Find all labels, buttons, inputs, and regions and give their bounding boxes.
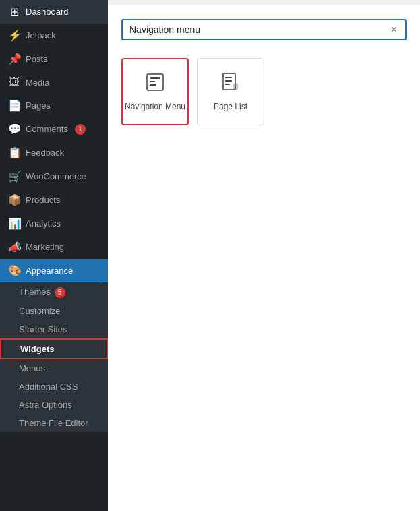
main-content: × Navigation Menu	[108, 0, 420, 511]
sidebar-subitem-customize[interactable]: Customize	[0, 302, 108, 320]
block-item-page-list[interactable]: Page List	[197, 58, 264, 125]
dashboard-icon: ⊞	[8, 5, 20, 18]
svg-rect-5	[225, 77, 232, 78]
sidebar-item-comments[interactable]: 💬 Comments 1	[0, 117, 108, 141]
sidebar-item-jetpack[interactable]: ⚡ Jetpack	[0, 24, 108, 47]
svg-rect-0	[147, 74, 163, 90]
sidebar-subitem-menus[interactable]: Menus	[0, 359, 108, 378]
sidebar-item-marketing[interactable]: 📣 Marketing	[0, 235, 108, 259]
analytics-icon: 📊	[8, 217, 20, 230]
posts-icon: 📌	[8, 53, 20, 65]
woocommerce-icon: 🛒	[8, 170, 20, 183]
sidebar-item-label: Jetpack	[26, 30, 56, 40]
appearance-submenu: Themes 5 Customize Starter Sites Widgets…	[0, 282, 108, 432]
sidebar-item-pages[interactable]: 📄 Pages	[0, 94, 108, 117]
sidebar-item-analytics[interactable]: 📊 Analytics	[0, 212, 108, 235]
sidebar: ⊞ Dashboard ⚡ Jetpack 📌 Posts 🖼 Media 📄 …	[0, 0, 108, 511]
page-list-icon	[220, 71, 241, 98]
sidebar-item-label: Posts	[26, 54, 48, 64]
sidebar-item-products[interactable]: 📦 Products	[0, 188, 108, 212]
sidebar-subitem-widgets[interactable]: Widgets	[0, 338, 108, 359]
sidebar-item-label: WooCommerce	[26, 171, 86, 181]
svg-rect-1	[150, 77, 160, 79]
appearance-icon: 🎨	[8, 264, 20, 277]
marketing-icon: 📣	[8, 241, 20, 253]
media-icon: 🖼	[8, 76, 20, 88]
search-section: ×	[108, 5, 420, 47]
sidebar-item-posts[interactable]: 📌 Posts	[0, 47, 108, 71]
sidebar-item-label: Analytics	[26, 218, 61, 229]
sidebar-item-feedback[interactable]: 📋 Feedback	[0, 141, 108, 164]
search-box: ×	[121, 19, 407, 40]
sidebar-item-label: Products	[26, 195, 60, 205]
sidebar-subitem-additional-css[interactable]: Additional CSS	[0, 378, 108, 396]
search-input[interactable]	[129, 24, 390, 35]
topbar	[108, 0, 420, 5]
svg-rect-6	[225, 80, 232, 82]
sidebar-subitem-astra-options[interactable]: Astra Options	[0, 396, 108, 414]
svg-rect-8	[233, 84, 238, 90]
sidebar-item-woocommerce[interactable]: 🛒 WooCommerce	[0, 164, 108, 188]
feedback-icon: 📋	[8, 146, 20, 159]
sidebar-item-dashboard[interactable]: ⊞ Dashboard	[0, 0, 108, 24]
sidebar-item-label: Comments	[26, 124, 68, 134]
themes-badge: 5	[55, 287, 65, 298]
sidebar-item-label: Marketing	[26, 242, 64, 252]
sidebar-subitem-starter-sites[interactable]: Starter Sites	[0, 320, 108, 338]
block-label: Page List	[214, 102, 247, 113]
block-label: Navigation Menu	[125, 102, 185, 113]
navigation-menu-icon	[144, 71, 166, 98]
sidebar-item-label: Media	[26, 78, 49, 88]
sidebar-item-label: Feedback	[26, 148, 64, 158]
comments-badge: 1	[75, 124, 86, 135]
appearance-label: Appearance	[26, 266, 73, 276]
svg-rect-7	[225, 84, 230, 85]
sidebar-subitem-themes[interactable]: Themes 5	[0, 282, 108, 302]
search-clear-button[interactable]: ×	[390, 24, 398, 35]
sidebar-item-appearance[interactable]: 🎨 Appearance	[0, 259, 108, 282]
svg-rect-3	[150, 84, 156, 86]
jetpack-icon: ⚡	[8, 29, 20, 42]
sidebar-item-label: Dashboard	[26, 7, 69, 17]
products-icon: 📦	[8, 193, 20, 206]
block-grid: Navigation Menu Page List	[108, 47, 420, 136]
sidebar-subitem-theme-file-editor[interactable]: Theme File Editor	[0, 414, 108, 432]
pages-icon: 📄	[8, 99, 20, 112]
sidebar-item-media[interactable]: 🖼 Media	[0, 71, 108, 94]
sidebar-item-label: Pages	[26, 100, 51, 111]
appearance-arrow	[100, 259, 108, 284]
block-item-navigation-menu[interactable]: Navigation Menu	[121, 58, 189, 125]
comments-icon: 💬	[8, 123, 20, 136]
svg-rect-2	[150, 81, 155, 82]
